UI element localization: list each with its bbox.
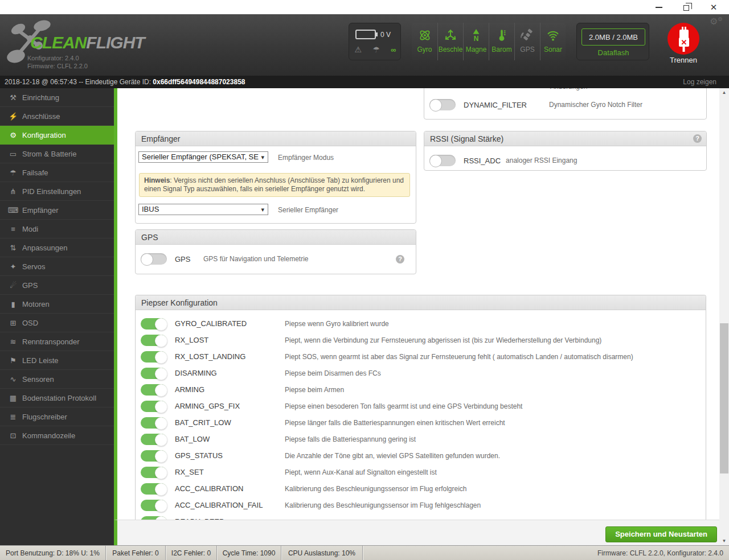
sidebar-item[interactable]: ⊞ OSD	[0, 314, 114, 332]
sidebar-item-label: Anschlüsse	[22, 112, 60, 121]
minimize-button[interactable]	[649, 0, 669, 14]
scroll-up-arrow[interactable]: ▲	[719, 88, 729, 97]
sidebar-item[interactable]: ≣ Flugschreiber	[0, 407, 114, 426]
sidebar-item[interactable]: ☂ Failsafe	[0, 163, 114, 182]
close-icon: ✕	[710, 2, 718, 13]
sidebar-item-icon: ☂	[7, 168, 19, 177]
help-icon[interactable]: ?	[396, 255, 404, 263]
sidebar-item[interactable]: ⚙ Konfiguration	[0, 126, 114, 145]
sidebar-item-label: OSD	[22, 319, 38, 327]
scrollbar-thumb[interactable]	[720, 323, 728, 473]
toggle-name: RSSI_ADC	[464, 157, 501, 165]
toggle-name: ARMING_GPS_FIX	[175, 402, 285, 410]
disconnect-button[interactable]: ✕ Trennen	[667, 23, 699, 64]
sidebar-item[interactable]: ⊡ Kommandozeile	[0, 426, 114, 445]
sidebar-item[interactable]: ≡ Modi	[0, 220, 114, 238]
toggle-switch[interactable]	[141, 467, 167, 478]
sidebar-item[interactable]: ⚑ LED Leiste	[0, 351, 114, 370]
toggle-switch[interactable]	[141, 368, 167, 379]
sidebar-item[interactable]: ▦ Bodenstation Protokoll	[0, 389, 114, 407]
statusbar-segment: CPU Auslastung: 10%	[281, 546, 363, 560]
sidebar-item[interactable]: ⚡ Anschlüsse	[0, 107, 114, 126]
statusbar-segment: I2C Fehler: 0	[166, 546, 217, 560]
toggle-switch[interactable]	[141, 417, 167, 429]
restore-button[interactable]	[677, 0, 696, 14]
receiver-note: Hinweis: Vergiss nicht den seriellen Ans…	[139, 173, 410, 197]
toggle-row: ARMING Piepse beim Armen	[136, 381, 706, 398]
sensor-label: Sonar	[544, 46, 562, 53]
sidebar-item-icon: ▮	[7, 300, 19, 308]
toggle-switch[interactable]	[141, 434, 167, 445]
gps-icon	[521, 27, 534, 44]
toggle-switch[interactable]	[141, 318, 167, 330]
toggle-switch[interactable]	[141, 335, 167, 346]
settings-gears-icon[interactable]: ⚙⚙	[710, 16, 723, 27]
sidebar-item-label: LED Leiste	[22, 356, 59, 365]
toggle-description: Piept, wenn Aux-Kanal auf Signalton eing…	[285, 468, 437, 476]
sidebar-item[interactable]: ✦ Servos	[0, 257, 114, 276]
sidebar-item-label: Sensoren	[22, 375, 54, 384]
toggle-row: READY_BEEP	[136, 513, 706, 520]
sidebar-item[interactable]: ⚒ Einrichtung	[0, 88, 114, 107]
toggle-switch[interactable]	[141, 483, 167, 495]
toggle-switch[interactable]	[141, 253, 167, 265]
toggle-row: GPS GPS für Navigation und Telemetrie	[136, 249, 416, 269]
battery-status-box: 0 V ⚠ ☂ ∞	[349, 23, 401, 60]
sidebar-item-label: Bodenstation Protokoll	[22, 394, 96, 402]
toggle-switch[interactable]	[141, 500, 167, 511]
statusbar-segment: Cycle Time: 1090	[217, 546, 281, 560]
sidebar-item-label: Modi	[22, 225, 38, 233]
toggle-description: Die Anzahle der Töne gibt an, wieviel GP…	[285, 452, 500, 460]
sidebar-item-label: Flugschreiber	[22, 413, 67, 421]
disconnect-label: Trennen	[662, 56, 705, 64]
sidebar-item-label: Kommandozeile	[22, 431, 75, 440]
sidebar-item-icon: ⚑	[7, 356, 19, 365]
toggle-switch[interactable]	[141, 401, 167, 412]
warning-icon: ⚠	[355, 45, 362, 54]
show-log-toggle[interactable]: Log zeigen	[683, 76, 716, 88]
toggle-name: ARMING	[175, 385, 285, 394]
sensor-magnetometer: N Magne	[463, 23, 489, 60]
toggle-row: RX_LOST Piept, wenn die Verbindung zur F…	[136, 332, 706, 348]
sidebar-item[interactable]: ≋ Renntransponder	[0, 332, 114, 351]
sidebar-item-icon: ⌨	[7, 206, 19, 215]
toggle-switch[interactable]	[141, 351, 167, 363]
sidebar-item[interactable]: ∿ Sensoren	[0, 370, 114, 389]
sidebar-item[interactable]: ⋔ PID Einstellungen	[0, 182, 114, 201]
version-info: Konfigurator: 2.4.0 Firmware: CLFL 2.2.0	[27, 54, 88, 70]
save-reboot-button[interactable]: Speichern und Neustarten	[605, 526, 717, 542]
toggle-description: Kalibrierung des Beschleunigungssensor i…	[285, 485, 467, 493]
sonar-icon	[546, 27, 560, 44]
receiver-mode-select[interactable]: Serieller Empfänger (SPEKSAT, SE	[138, 151, 268, 163]
sidebar-item[interactable]: ☄ GPS	[0, 276, 114, 295]
sidebar-item-label: PID Einstellungen	[22, 187, 81, 196]
help-icon[interactable]: ?	[693, 134, 702, 143]
toggle-switch[interactable]	[429, 99, 456, 110]
toggle-switch[interactable]	[141, 450, 167, 462]
app-logo-text: CLEANFLIGHT	[30, 33, 145, 52]
toggle-row: RX_LOST_LANDING Piept SOS, wenn gearmt i…	[136, 348, 706, 365]
toggle-name: DISARMING	[175, 369, 285, 377]
vertical-scrollbar[interactable]: ▲ ▼	[719, 88, 729, 545]
restore-icon	[683, 5, 689, 11]
toggle-description: Piept SOS, wenn gearmt ist aber das Sign…	[285, 353, 633, 361]
rssi-panel-title: RSSI (Signal Stärke)?	[424, 131, 706, 146]
statusbar-segment: Port Benutzung: D: 18% U: 1%	[0, 546, 106, 560]
serial-receiver-select[interactable]: IBUS	[138, 204, 268, 215]
sidebar-item[interactable]: ▭ Strom & Batterie	[0, 145, 114, 163]
toggle-description: Piepse beim Armen	[285, 386, 344, 394]
note-text: : Vergiss nicht den seriellen Anschluss …	[144, 176, 404, 193]
sidebar-item[interactable]: ▮ Motoren	[0, 295, 114, 314]
app-header: CLEANFLIGHT Konfigurator: 2.4.0 Firmware…	[0, 14, 729, 76]
sidebar-item[interactable]: ⇅ Anpassungen	[0, 238, 114, 257]
dataflash-usage: 2.0MB / 2.0MB	[581, 28, 645, 46]
scroll-down-arrow[interactable]: ▼	[719, 537, 729, 545]
close-button[interactable]: ✕	[704, 0, 723, 14]
serial-receiver-label: Serieller Empfänger	[278, 206, 338, 214]
sidebar-item[interactable]: ⌨ Empfänger	[0, 201, 114, 220]
gps-panel: GPS GPS GPS für Navigation und Telemetri…	[135, 229, 416, 274]
toggle-switch[interactable]	[141, 384, 167, 396]
usb-disconnect-icon: ✕	[667, 23, 699, 55]
toggle-switch[interactable]	[429, 155, 456, 166]
toggle-name: ACC_CALIBRATION_FAIL	[175, 501, 285, 509]
